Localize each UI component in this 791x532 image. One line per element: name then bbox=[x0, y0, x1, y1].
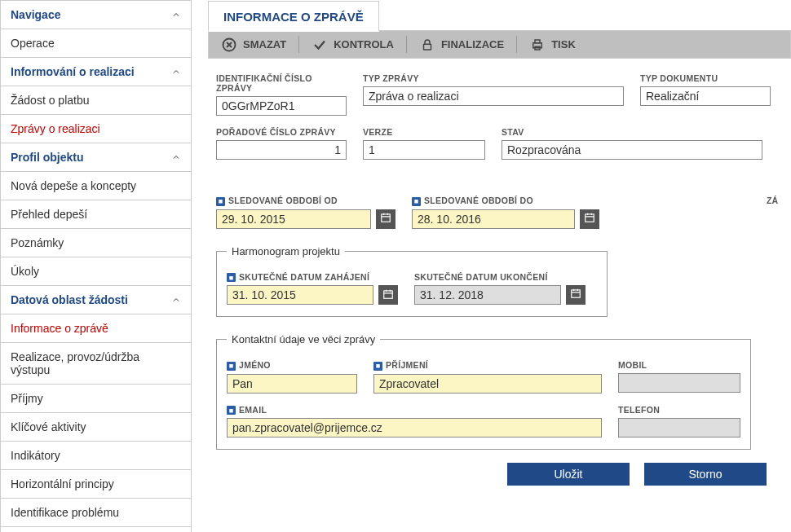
prijmeni-input[interactable] bbox=[373, 374, 602, 394]
kontrola-button[interactable]: KONTROLA bbox=[299, 31, 407, 58]
sidebar-item-datov-oblast-dosti[interactable]: Datová oblast žádosti bbox=[1, 286, 191, 314]
sidebar-item-label: Profil objektu bbox=[11, 151, 83, 164]
sidebar-item--estn-prohl-en-[interactable]: Čestná prohlášení bbox=[1, 527, 191, 532]
sidebar-item-label: Informování o realizaci bbox=[11, 65, 135, 78]
telefon-input[interactable] bbox=[618, 418, 740, 437]
typ-zpravy-input[interactable] bbox=[363, 86, 624, 106]
svg-rect-8 bbox=[572, 290, 581, 297]
chevron-up-icon bbox=[171, 67, 181, 77]
calendar-icon bbox=[570, 288, 581, 301]
sidebar-item-label: Operace bbox=[11, 37, 55, 50]
calendar-icon bbox=[584, 212, 595, 226]
sidebar-item-p-ehled-depe-[interactable]: Přehled depeší bbox=[1, 200, 191, 229]
sidebar-item-label: Horizontální principy bbox=[11, 477, 114, 490]
kontakt-legend: Kontaktní údaje ve věci zprávy bbox=[227, 333, 380, 345]
tab-row: INFORMACE O ZPRÁVĚ bbox=[208, 0, 791, 31]
zahajeni-label: ■SKUTEČNÉ DATUM ZAHÁJENÍ bbox=[227, 272, 398, 283]
sidebar-item-label: Poznámky bbox=[11, 236, 64, 249]
sidebar-item-identifikace-probl-mu[interactable]: Identifikace problému bbox=[1, 499, 191, 527]
lock-icon bbox=[420, 37, 435, 52]
sidebar-item-pozn-mky[interactable]: Poznámky bbox=[1, 229, 191, 257]
verze-input[interactable] bbox=[363, 140, 485, 160]
svg-rect-5 bbox=[382, 214, 391, 222]
sidebar-item-operace[interactable]: Operace bbox=[1, 29, 191, 58]
mobil-input[interactable] bbox=[618, 373, 740, 393]
email-input[interactable] bbox=[227, 418, 602, 437]
telefon-label: TELEFON bbox=[618, 405, 740, 415]
svg-rect-6 bbox=[586, 214, 594, 222]
harmonogram-fieldset: Harmonogram projektu ■SKUTEČNÉ DATUM ZAH… bbox=[216, 245, 608, 318]
od-label: ■SLEDOVANÉ OBDOBÍ OD bbox=[216, 196, 396, 206]
calendar-icon bbox=[382, 288, 394, 302]
sidebar-item-label: Příjmy bbox=[11, 392, 43, 405]
sidebar-item-kl-ov-aktivity[interactable]: Klíčové aktivity bbox=[1, 413, 191, 442]
zahajeni-calendar-button[interactable] bbox=[378, 285, 398, 305]
do-input[interactable] bbox=[412, 209, 575, 229]
sidebar-item-horizont-ln-principy[interactable]: Horizontální principy bbox=[1, 470, 191, 499]
email-label: ■EMAIL bbox=[227, 405, 602, 415]
jmeno-input[interactable] bbox=[227, 374, 357, 394]
sidebar-item-label: Identifikace problému bbox=[11, 506, 119, 519]
tisk-label: TISK bbox=[551, 38, 576, 51]
sidebar-item-navigace[interactable]: Navigace bbox=[1, 1, 191, 29]
sidebar-item-nov-depe-e-a-koncepty[interactable]: Nová depeše a koncepty bbox=[1, 172, 191, 200]
toolbar: SMAZAT KONTROLA FINALIZACE TISK bbox=[208, 31, 791, 59]
ukonceni-calendar-button[interactable] bbox=[566, 285, 586, 305]
svg-rect-3 bbox=[535, 40, 540, 43]
smazat-label: SMAZAT bbox=[243, 38, 286, 51]
typ-dok-label: TYP DOKUMENTU bbox=[640, 73, 771, 83]
calendar-icon bbox=[380, 212, 391, 226]
chevron-up-icon bbox=[171, 10, 181, 20]
check-icon bbox=[312, 37, 327, 52]
stav-input[interactable] bbox=[502, 140, 762, 160]
kontrola-label: KONTROLA bbox=[334, 38, 394, 51]
mobil-label: MOBIL bbox=[618, 360, 740, 370]
id-label: IDENTIFIKAČNÍ ČÍSLO ZPRÁVY bbox=[216, 73, 347, 93]
sidebar-item-realizace-provoz-dr-ba-v-stupu[interactable]: Realizace, provoz/údržba výstupu bbox=[1, 343, 191, 385]
sidebar-item-informov-n-o-realizaci[interactable]: Informování o realizaci bbox=[1, 58, 191, 86]
sidebar-item-indik-tory[interactable]: Indikátory bbox=[1, 442, 191, 470]
harmonogram-legend: Harmonogram projektu bbox=[227, 245, 345, 257]
sidebar-item--koly[interactable]: Úkoly bbox=[1, 257, 191, 286]
sidebar-item-label: Přehled depeší bbox=[11, 208, 87, 221]
svg-rect-1 bbox=[423, 44, 431, 50]
chevron-up-icon bbox=[171, 152, 181, 162]
verze-label: VERZE bbox=[363, 127, 485, 137]
tab-informace-o-zprave[interactable]: INFORMACE O ZPRÁVĚ bbox=[208, 1, 379, 32]
typ-zpravy-label: TYP ZPRÁVY bbox=[363, 73, 624, 83]
ukonceni-label: SKUTEČNÉ DATUM UKONČENÍ bbox=[414, 272, 586, 282]
id-input[interactable] bbox=[216, 96, 347, 116]
poradove-input[interactable] bbox=[216, 140, 347, 160]
save-button[interactable]: Uložit bbox=[507, 463, 630, 486]
tisk-button[interactable]: TISK bbox=[517, 31, 589, 58]
od-input[interactable] bbox=[216, 209, 371, 229]
svg-rect-7 bbox=[384, 290, 393, 297]
chevron-up-icon bbox=[171, 295, 181, 305]
sidebar-item-profil-objektu[interactable]: Profil objektu bbox=[1, 143, 191, 172]
do-label: ■SLEDOVANÉ OBDOBÍ DO bbox=[412, 196, 599, 206]
prijmeni-label: ■PŘÍJMENÍ bbox=[373, 360, 602, 371]
form-area: IDENTIFIKAČNÍ ČÍSLO ZPRÁVY TYP ZPRÁVY TY… bbox=[208, 59, 791, 494]
sidebar-item-p-jmy[interactable]: Příjmy bbox=[1, 385, 191, 413]
delete-icon bbox=[222, 37, 236, 52]
sidebar-item-informace-o-zpr-v-[interactable]: Informace o zprávě bbox=[1, 314, 191, 343]
cancel-button[interactable]: Storno bbox=[644, 463, 767, 486]
typ-dok-input[interactable] bbox=[640, 86, 771, 106]
zahajeni-input[interactable] bbox=[227, 285, 373, 305]
stav-label: STAV bbox=[502, 127, 762, 137]
od-calendar-button[interactable] bbox=[376, 209, 396, 229]
print-icon bbox=[530, 37, 545, 52]
sidebar-item--dost-o-platbu[interactable]: Žádost o platbu bbox=[1, 86, 191, 115]
sidebar-item-label: Nová depeše a koncepty bbox=[11, 179, 136, 192]
sidebar-item-label: Informace o zprávě bbox=[11, 322, 108, 335]
sidebar-item-label: Indikátory bbox=[11, 449, 60, 462]
sidebar-item-zpr-vy-o-realizaci[interactable]: Zprávy o realizaci bbox=[1, 115, 191, 143]
ukonceni-input[interactable] bbox=[414, 285, 561, 305]
sidebar-item-label: Žádost o platbu bbox=[11, 94, 90, 107]
finalizace-button[interactable]: FINALIZACE bbox=[407, 31, 517, 58]
sidebar-item-label: Klíčové aktivity bbox=[11, 420, 86, 433]
do-calendar-button[interactable] bbox=[580, 209, 599, 229]
sidebar-item-label: Úkoly bbox=[11, 265, 39, 278]
kontakt-fieldset: Kontaktní údaje ve věci zprávy ■JMÉNO ■P… bbox=[216, 333, 751, 450]
smazat-button[interactable]: SMAZAT bbox=[209, 31, 299, 58]
